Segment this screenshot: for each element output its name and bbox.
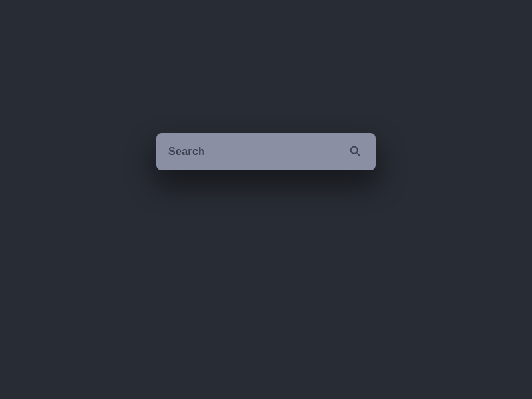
search-input[interactable] <box>168 146 348 158</box>
search-icon[interactable] <box>348 144 364 160</box>
search-bar[interactable] <box>156 133 376 170</box>
